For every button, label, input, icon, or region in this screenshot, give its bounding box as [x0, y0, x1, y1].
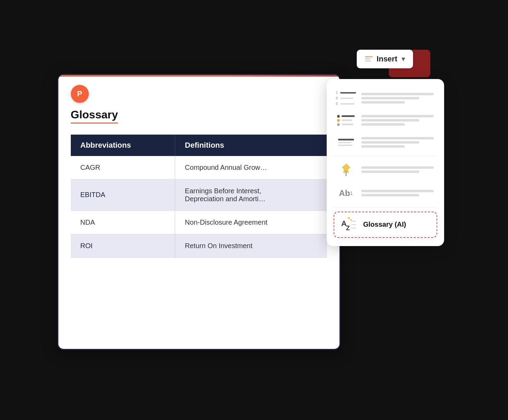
abbr-roi: ROI: [71, 234, 175, 257]
insert-label: Insert: [377, 55, 397, 64]
def-cagr: Compound Annual Grow…: [175, 156, 327, 179]
dropdown-item-bullet-list[interactable]: [334, 109, 437, 131]
slide-title: Glossary: [71, 108, 118, 124]
table-row: ROI Return On Investment: [71, 234, 327, 257]
table-row: CAGR Compound Annual Grow…: [71, 156, 327, 179]
dropdown-item-plain-list[interactable]: [334, 131, 437, 154]
divider-1: [334, 156, 437, 156]
dropdown-item-ab[interactable]: Ab1: [334, 182, 437, 205]
glossary-ai-icon: A Z ✦ ✦: [339, 217, 357, 232]
glossary-ai-item[interactable]: A Z ✦ ✦ Glossary (AI): [334, 212, 437, 238]
ab-icon: Ab1: [337, 186, 355, 201]
table-row: EBITDA Earnings Before Interest,Deprecia…: [71, 179, 327, 211]
def-nda: Non-Disclosure Agreement: [175, 211, 327, 234]
col-definitions: Definitions: [175, 135, 327, 156]
dropdown-item-pin[interactable]: [334, 158, 437, 182]
slide-window: P Glossary Abbreviations Definitions CAG…: [57, 74, 341, 350]
def-ebitda: Earnings Before Interest,Depreciation an…: [175, 179, 327, 211]
svg-text:✦: ✦: [347, 217, 351, 221]
plain-list-preview: [361, 137, 434, 148]
bullet-list-preview: [361, 115, 434, 126]
abbr-cagr: CAGR: [71, 156, 175, 179]
numbered-list-preview: [361, 93, 434, 104]
insert-list-icon: [365, 56, 373, 61]
numbered-list-icon: 1 2 3: [337, 91, 355, 105]
pin-icon: [337, 162, 355, 177]
def-roi: Return On Investment: [175, 234, 327, 257]
dropdown-item-numbered-list[interactable]: 1 2 3: [334, 87, 437, 109]
ab-preview: [361, 190, 434, 196]
divider-2: [334, 207, 437, 207]
ppt-logo: P: [71, 85, 89, 103]
dropdown-panel: 1 2 3: [327, 79, 444, 246]
table-row: NDA Non-Disclosure Agreement: [71, 211, 327, 234]
glossary-table: Abbreviations Definitions CAGR Compound …: [71, 135, 327, 258]
glossary-ai-label: Glossary (AI): [363, 221, 406, 228]
plain-list-icon: [337, 136, 355, 149]
chevron-down-icon: ▾: [402, 55, 405, 63]
abbr-nda: NDA: [71, 211, 175, 234]
col-abbreviations: Abbreviations: [71, 135, 175, 156]
bullet-list-icon: [337, 114, 355, 127]
insert-button[interactable]: Insert ▾: [357, 50, 413, 68]
abbr-ebitda: EBITDA: [71, 179, 175, 211]
pin-preview: [361, 166, 434, 173]
svg-text:Z: Z: [346, 225, 350, 232]
